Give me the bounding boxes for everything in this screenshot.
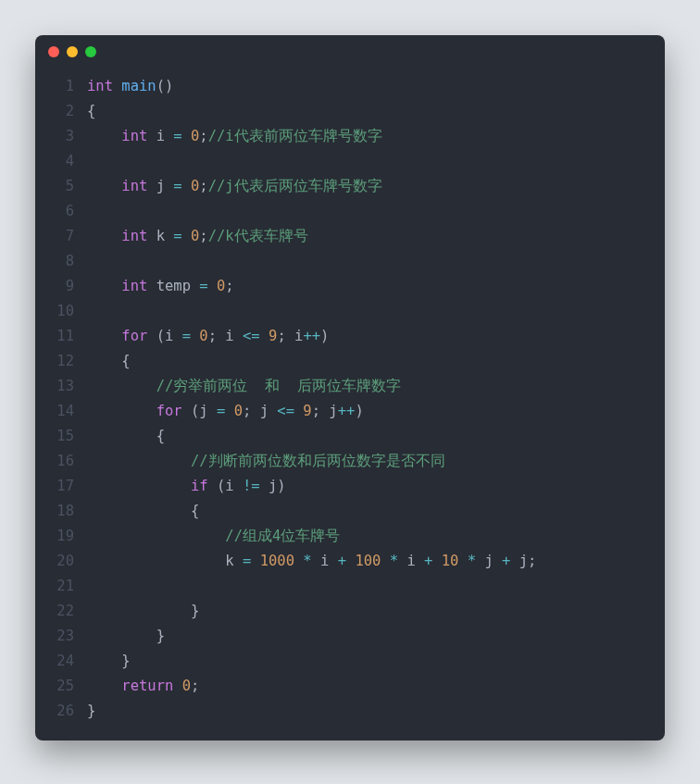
code-token: 0 bbox=[191, 128, 199, 144]
code-content: int i = 0;//i代表前两位车牌号数字 bbox=[87, 124, 665, 149]
code-token: <= bbox=[277, 403, 294, 419]
code-token: = bbox=[173, 178, 181, 194]
code-token bbox=[182, 128, 191, 144]
line-number: 15 bbox=[35, 424, 87, 449]
code-content: } bbox=[87, 624, 665, 649]
code-token bbox=[87, 678, 121, 694]
code-content: } bbox=[87, 649, 665, 674]
code-token bbox=[260, 328, 269, 344]
line-number: 5 bbox=[35, 174, 87, 199]
code-token: { bbox=[87, 428, 165, 444]
code-content: //穷举前两位 和 后两位车牌数字 bbox=[87, 374, 665, 399]
code-content: if (i != j) bbox=[87, 474, 665, 499]
code-content: int k = 0;//k代表车牌号 bbox=[87, 224, 665, 249]
code-token: int bbox=[121, 278, 147, 294]
line-number: 23 bbox=[35, 624, 87, 649]
code-token bbox=[87, 453, 191, 469]
code-token: } bbox=[87, 653, 131, 669]
code-token bbox=[87, 228, 121, 244]
code-line: 7 int k = 0;//k代表车牌号 bbox=[35, 224, 665, 249]
code-line: 24 } bbox=[35, 649, 665, 674]
line-number: 13 bbox=[35, 374, 87, 399]
code-content: int main() bbox=[87, 74, 665, 99]
code-token: //i代表前两位车牌号数字 bbox=[208, 128, 382, 144]
code-content: for (i = 0; i <= 9; i++) bbox=[87, 324, 665, 349]
code-line: 19 //组成4位车牌号 bbox=[35, 524, 665, 549]
code-token bbox=[182, 178, 191, 194]
code-token bbox=[458, 553, 467, 569]
line-number: 20 bbox=[35, 549, 87, 574]
line-number: 24 bbox=[35, 649, 87, 674]
code-token: int bbox=[121, 128, 147, 144]
code-line: 14 for (j = 0; j <= 9; j++) bbox=[35, 399, 665, 424]
code-token: (i bbox=[147, 328, 181, 344]
code-token: i bbox=[147, 128, 173, 144]
code-token bbox=[87, 378, 156, 394]
code-token: j; bbox=[510, 553, 536, 569]
code-token: = bbox=[199, 278, 207, 294]
maximize-icon[interactable] bbox=[85, 46, 96, 57]
code-line: 12 { bbox=[35, 349, 665, 374]
code-token bbox=[87, 528, 225, 544]
code-token: return bbox=[121, 678, 173, 694]
code-content: } bbox=[87, 699, 665, 724]
code-token: ; bbox=[199, 178, 207, 194]
code-token: != bbox=[243, 478, 260, 494]
code-line: 16 //判断前两位数和后两位数字是否不同 bbox=[35, 449, 665, 474]
minimize-icon[interactable] bbox=[67, 46, 78, 57]
code-token bbox=[87, 478, 191, 494]
code-content bbox=[87, 574, 665, 599]
code-line: 15 { bbox=[35, 424, 665, 449]
code-token: (i bbox=[208, 478, 243, 494]
code-token bbox=[87, 178, 121, 194]
code-token: ; i bbox=[208, 328, 243, 344]
code-token: 0 bbox=[182, 678, 191, 694]
code-token bbox=[87, 328, 121, 344]
code-token: <= bbox=[243, 328, 260, 344]
code-token: 0 bbox=[217, 278, 225, 294]
code-token: int bbox=[87, 78, 113, 94]
code-content bbox=[87, 199, 665, 224]
code-token: //组成4位车牌号 bbox=[225, 528, 340, 544]
code-token: * bbox=[468, 553, 476, 569]
code-token: i bbox=[312, 553, 338, 569]
line-number: 12 bbox=[35, 349, 87, 374]
code-line: 6 bbox=[35, 199, 665, 224]
line-number: 22 bbox=[35, 599, 87, 624]
code-token: 10 bbox=[442, 553, 459, 569]
code-token: = bbox=[217, 403, 225, 419]
code-token: ; bbox=[191, 678, 199, 694]
code-content: { bbox=[87, 499, 665, 524]
code-token: 9 bbox=[303, 403, 311, 419]
code-token: k bbox=[147, 228, 173, 244]
line-number: 21 bbox=[35, 574, 87, 599]
window-titlebar bbox=[35, 35, 665, 68]
code-line: 9 int temp = 0; bbox=[35, 274, 665, 299]
code-token bbox=[432, 553, 441, 569]
code-token: j bbox=[147, 178, 173, 194]
code-area[interactable]: 1int main()2{3 int i = 0;//i代表前两位车牌号数字4 … bbox=[35, 68, 665, 740]
code-line: 25 return 0; bbox=[35, 674, 665, 699]
line-number: 19 bbox=[35, 524, 87, 549]
code-token: ; bbox=[199, 228, 207, 244]
line-number: 8 bbox=[35, 249, 87, 274]
code-token: () bbox=[156, 78, 174, 94]
code-token bbox=[381, 553, 389, 569]
close-icon[interactable] bbox=[48, 46, 59, 57]
code-token: } bbox=[87, 603, 199, 619]
code-token: 9 bbox=[269, 328, 277, 344]
code-token bbox=[87, 403, 156, 419]
code-token: ) bbox=[320, 328, 329, 344]
code-line: 18 { bbox=[35, 499, 665, 524]
line-number: 14 bbox=[35, 399, 87, 424]
code-token: j bbox=[476, 553, 502, 569]
code-token: = bbox=[182, 328, 191, 344]
code-line: 17 if (i != j) bbox=[35, 474, 665, 499]
code-token: ; bbox=[225, 278, 233, 294]
code-token: 0 bbox=[191, 228, 199, 244]
line-number: 4 bbox=[35, 149, 87, 174]
line-number: 25 bbox=[35, 674, 87, 699]
code-token bbox=[294, 403, 303, 419]
code-token: 1000 bbox=[260, 553, 294, 569]
code-token: (j bbox=[182, 403, 217, 419]
